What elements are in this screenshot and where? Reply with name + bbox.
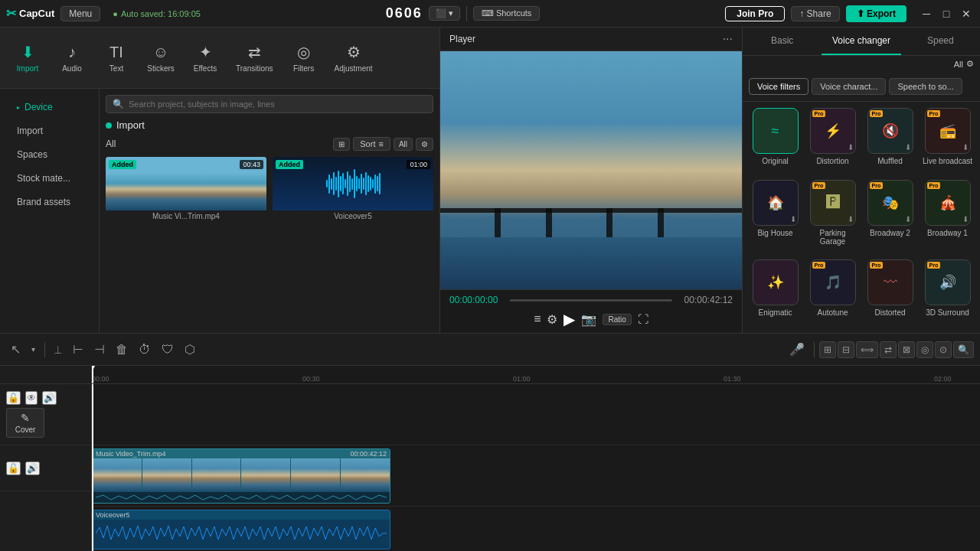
tl-action-1[interactable]: ⊞ xyxy=(819,341,836,358)
tool-transitions[interactable]: ⇄Transitions xyxy=(228,38,281,77)
speech-to-song-tab[interactable]: Speech to so... xyxy=(889,78,962,95)
tool-import[interactable]: ⬇Import xyxy=(6,38,49,77)
tl-action-7[interactable]: ⊙ xyxy=(935,341,952,358)
audio-track-lock-icon[interactable]: 🔓 xyxy=(6,461,21,475)
media-item-video[interactable]: Added 00:43 Music Vi...Trim.mp4 xyxy=(106,157,266,220)
mic-button[interactable]: 🎤 xyxy=(785,339,809,360)
sidebar-item-stock-material[interactable]: Stock mate... xyxy=(5,167,94,190)
voice-characters-tab[interactable]: Voice charact... xyxy=(812,78,886,95)
vf-label-3d-surround: 3D Surround xyxy=(926,308,969,317)
share-button[interactable]: ↑ Share xyxy=(791,6,839,21)
settings-button[interactable]: ⚙ xyxy=(547,312,557,327)
maximize-button[interactable]: □ xyxy=(939,8,954,20)
adjustment-icon: ⚙ xyxy=(347,43,361,61)
vf-parking-garage[interactable]: Pro 🅿 ⬇ Parking Garage xyxy=(806,180,859,256)
filter-button[interactable]: ⚙ xyxy=(416,138,433,151)
track-volume-icon[interactable]: 🔊 xyxy=(42,391,57,405)
select-tool-button[interactable]: ↖ xyxy=(6,339,25,360)
sort-row: All ⊞ Sort ≡ All ⚙ xyxy=(106,137,433,151)
shortcuts-button[interactable]: ⌨ Shortcuts xyxy=(473,6,541,21)
tool-filters[interactable]: ◎Filters xyxy=(283,38,325,77)
trim-left-button[interactable]: ⊢ xyxy=(68,339,88,360)
vf-live-broadcast[interactable]: Pro 📻 ⬇ Live broadcast xyxy=(921,108,974,175)
vf-autotune[interactable]: Pro 🎵 Autotune xyxy=(806,259,859,327)
sidebar-item-device[interactable]: ▸Device xyxy=(5,96,94,119)
sidebar: ▸DeviceImportSpacesStock mate...Brand as… xyxy=(0,89,100,333)
tl-action-3[interactable]: ⟺ xyxy=(856,341,878,358)
play-button[interactable]: ▶ xyxy=(564,310,575,328)
vf-distorted[interactable]: Pro 〰 Distorted xyxy=(864,259,916,327)
tab-voice-changer[interactable]: Voice changer xyxy=(822,28,900,55)
tool-audio[interactable]: ♪Audio xyxy=(51,39,93,77)
close-button[interactable]: ✕ xyxy=(959,8,974,20)
progress-bar[interactable] xyxy=(510,299,671,302)
time-display: 00:00:00:00 00:00:42:12 xyxy=(449,295,733,305)
vf-muffled[interactable]: Pro 🔇 ⬇ Muffled xyxy=(864,108,916,175)
frame-1 xyxy=(93,458,142,492)
audio-track-eye-icon[interactable]: 🔊 xyxy=(25,461,40,475)
sidebar-item-spaces[interactable]: Spaces xyxy=(5,143,94,166)
video-clip[interactable]: Music Video_Trim.mp4 00:00:42:12 xyxy=(92,448,390,504)
track-lock-icon[interactable]: 🔓 xyxy=(6,391,21,405)
tool-stickers[interactable]: ☺Stickers xyxy=(139,39,182,77)
vf-broadway-2[interactable]: Pro 🎭 ⬇ Broadway 2 xyxy=(864,180,916,256)
voice-filters-tab[interactable]: Voice filters xyxy=(749,78,808,95)
ratio-button[interactable]: Ratio xyxy=(603,314,631,325)
vf-enigmatic[interactable]: ✨ Enigmatic xyxy=(749,259,802,327)
sidebar-item-import[interactable]: Import xyxy=(5,119,94,142)
sort-button[interactable]: Sort ≡ xyxy=(353,137,390,151)
media-grid: Added 00:43 Music Vi...Trim.mp4 Added 01… xyxy=(106,157,433,220)
list-view-button[interactable]: ≡ xyxy=(534,312,541,326)
tool-text[interactable]: TIText xyxy=(95,39,138,77)
tl-action-8[interactable]: 🔍 xyxy=(953,341,974,358)
timeline-tracks-area[interactable]: 00:00 00:30 01:00 01:30 02:00 Music Vide… xyxy=(92,366,980,551)
sidebar-label-import: Import xyxy=(17,126,43,136)
vf-original[interactable]: ≈ Original xyxy=(749,108,802,175)
track-eye-icon[interactable]: 👁 xyxy=(25,391,38,405)
all-filter-button[interactable]: All ⚙ xyxy=(954,59,974,69)
vf-distortion[interactable]: Pro ⚡ ⬇ Distortion xyxy=(806,108,859,175)
split-button[interactable]: ⟂ xyxy=(50,340,67,360)
sticker-button[interactable]: ⬡ xyxy=(180,339,200,360)
snapshot-button[interactable]: 📷 xyxy=(581,312,596,327)
tl-action-6[interactable]: ◎ xyxy=(916,341,933,358)
voiceover-clip[interactable]: Voiceover5 xyxy=(92,510,390,549)
tl-action-5[interactable]: ⊠ xyxy=(898,341,915,358)
vf-3d-surround[interactable]: Pro 🔊 3D Surround xyxy=(921,259,974,327)
trim-right-button[interactable]: ⊣ xyxy=(90,339,109,360)
shield-button[interactable]: 🛡 xyxy=(157,340,178,360)
tab-basic[interactable]: Basic xyxy=(743,28,822,55)
audio-track-controls: 🔓 🔊 xyxy=(0,445,91,491)
sidebar-item-brand-assets[interactable]: Brand assets xyxy=(5,191,94,214)
tool-adjustment[interactable]: ⚙Adjustment xyxy=(327,38,381,77)
delete-button[interactable]: 🗑 xyxy=(111,340,132,360)
player-menu-button[interactable]: ··· xyxy=(723,32,733,46)
tool-effects[interactable]: ✦Effects xyxy=(184,38,227,77)
cover-button[interactable]: ✎ Cover xyxy=(6,408,44,438)
sidebar-label-device: Device xyxy=(24,102,53,112)
fullscreen-button[interactable]: ⛶ xyxy=(638,313,648,325)
search-input[interactable] xyxy=(129,99,426,109)
player-panel: Player ··· 00:00:00:00 00:00:42:12 xyxy=(440,28,743,333)
grid-view-button[interactable]: ⊞ xyxy=(333,138,350,151)
media-title-2: Voiceover5 xyxy=(273,212,433,220)
export-button[interactable]: ⬆ Export xyxy=(846,5,906,22)
vf-label-parking-garage: Parking Garage xyxy=(806,229,859,246)
screen-layout-button[interactable]: ⬛ ▾ xyxy=(429,6,460,21)
sidebar-label-stock-material: Stock mate... xyxy=(17,173,70,184)
select-arrow-button[interactable]: ▾ xyxy=(27,342,40,357)
vf-broadway-1[interactable]: Pro 🎪 ⬇ Broadway 1 xyxy=(921,180,974,256)
speed-button[interactable]: ⏱ xyxy=(134,340,155,360)
minimize-button[interactable]: ─ xyxy=(919,8,934,20)
timeline-ruler: 00:00 00:30 01:00 01:30 02:00 xyxy=(92,366,980,384)
timecode-display: 0606 xyxy=(386,5,423,21)
tl-action-4[interactable]: ⇄ xyxy=(880,341,897,358)
media-item-audio[interactable]: Added 01:00 Voiceover5 xyxy=(273,157,433,220)
audio-track-row: Voiceover5 xyxy=(92,507,980,551)
tab-speed[interactable]: Speed xyxy=(901,28,980,55)
filter-all-button[interactable]: All xyxy=(394,138,413,151)
tl-action-2[interactable]: ⊟ xyxy=(838,341,854,358)
join-pro-button[interactable]: Join Pro xyxy=(725,6,785,21)
vf-big-house[interactable]: 🏠 ⬇ Big House xyxy=(749,180,802,256)
menu-button[interactable]: Menu xyxy=(60,6,100,21)
